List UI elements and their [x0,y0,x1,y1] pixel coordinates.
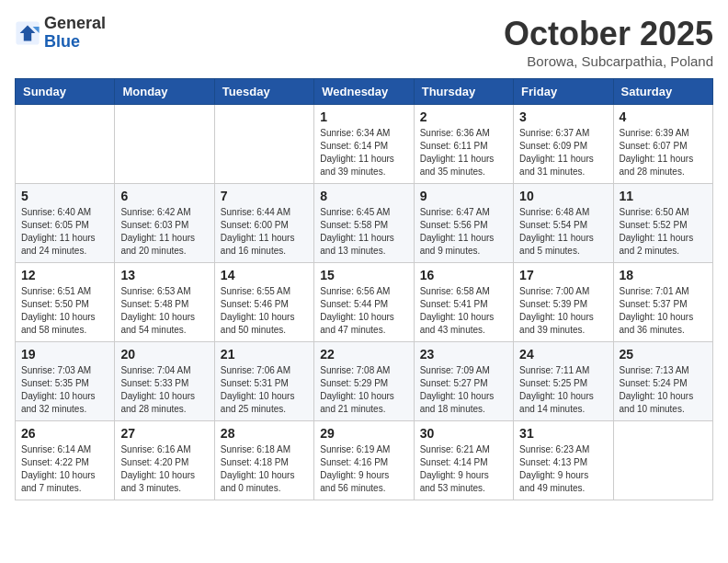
calendar-day-cell [214,105,313,184]
day-info: Sunrise: 6:21 AM Sunset: 4:14 PM Dayligh… [420,443,507,495]
day-info: Sunrise: 6:19 AM Sunset: 4:16 PM Dayligh… [320,443,407,495]
day-number: 1 [320,109,407,124]
weekday-header: Tuesday [214,79,313,105]
day-number: 30 [420,426,507,441]
weekday-header: Sunday [16,79,115,105]
day-number: 7 [221,189,308,203]
calendar-day-cell: 6Sunrise: 6:42 AM Sunset: 6:03 PM Daylig… [115,184,214,263]
day-number: 2 [420,109,507,124]
calendar-day-cell [16,105,115,184]
day-number: 4 [620,109,707,124]
calendar-day-cell: 14Sunrise: 6:55 AM Sunset: 5:46 PM Dayli… [214,263,313,342]
weekday-header: Monday [115,79,214,105]
day-info: Sunrise: 6:39 AM Sunset: 6:07 PM Dayligh… [620,127,707,178]
day-info: Sunrise: 6:44 AM Sunset: 6:00 PM Dayligh… [221,206,308,258]
calendar-day-cell: 30Sunrise: 6:21 AM Sunset: 4:14 PM Dayli… [414,421,513,500]
day-info: Sunrise: 7:13 AM Sunset: 5:24 PM Dayligh… [620,364,707,416]
calendar-day-cell: 5Sunrise: 6:40 AM Sunset: 6:05 PM Daylig… [16,184,115,263]
calendar-day-cell: 4Sunrise: 6:39 AM Sunset: 6:07 PM Daylig… [613,105,712,184]
day-info: Sunrise: 7:09 AM Sunset: 5:27 PM Dayligh… [420,364,507,416]
calendar-day-cell: 24Sunrise: 7:11 AM Sunset: 5:25 PM Dayli… [514,342,613,421]
day-number: 5 [21,189,108,203]
calendar-week-row: 19Sunrise: 7:03 AM Sunset: 5:35 PM Dayli… [16,342,713,421]
day-number: 26 [21,426,108,441]
day-info: Sunrise: 7:00 AM Sunset: 5:39 PM Dayligh… [519,285,607,337]
calendar-day-cell: 22Sunrise: 7:08 AM Sunset: 5:29 PM Dayli… [314,342,414,421]
calendar-day-cell: 17Sunrise: 7:00 AM Sunset: 5:39 PM Dayli… [514,263,613,342]
day-number: 12 [21,268,108,282]
calendar-week-row: 12Sunrise: 6:51 AM Sunset: 5:50 PM Dayli… [16,263,713,342]
weekday-header: Wednesday [314,79,414,105]
day-number: 20 [120,347,208,362]
day-number: 10 [519,189,607,203]
day-info: Sunrise: 7:04 AM Sunset: 5:33 PM Dayligh… [120,364,208,416]
weekday-header: Thursday [414,79,513,105]
day-info: Sunrise: 6:40 AM Sunset: 6:05 PM Dayligh… [21,206,108,258]
logo: General Blue [15,15,106,52]
day-number: 28 [221,426,308,441]
calendar-day-cell: 21Sunrise: 7:06 AM Sunset: 5:31 PM Dayli… [214,342,313,421]
calendar-day-cell: 13Sunrise: 6:53 AM Sunset: 5:48 PM Dayli… [115,263,214,342]
day-info: Sunrise: 6:56 AM Sunset: 5:44 PM Dayligh… [320,285,407,337]
day-number: 24 [519,347,607,362]
location: Borowa, Subcarpathia, Poland [504,53,713,69]
day-info: Sunrise: 6:53 AM Sunset: 5:48 PM Dayligh… [120,285,208,337]
calendar-day-cell: 10Sunrise: 6:48 AM Sunset: 5:54 PM Dayli… [514,184,613,263]
calendar-day-cell: 9Sunrise: 6:47 AM Sunset: 5:56 PM Daylig… [414,184,513,263]
day-number: 11 [620,189,707,203]
day-number: 31 [519,426,607,441]
calendar-day-cell: 18Sunrise: 7:01 AM Sunset: 5:37 PM Dayli… [613,263,712,342]
calendar-day-cell: 23Sunrise: 7:09 AM Sunset: 5:27 PM Dayli… [414,342,513,421]
calendar-day-cell: 25Sunrise: 7:13 AM Sunset: 5:24 PM Dayli… [613,342,712,421]
calendar-table: SundayMondayTuesdayWednesdayThursdayFrid… [15,78,713,500]
weekday-header: Friday [514,79,613,105]
logo-text: General Blue [44,15,106,52]
page-header: General Blue October 2025 Borowa, Subcar… [15,15,713,69]
day-number: 9 [420,189,507,203]
calendar-day-cell: 1Sunrise: 6:34 AM Sunset: 6:14 PM Daylig… [314,105,414,184]
logo-blue: Blue [44,32,80,51]
day-number: 3 [519,109,607,124]
title-block: October 2025 Borowa, Subcarpathia, Polan… [504,15,713,69]
logo-general: General [44,14,106,32]
day-info: Sunrise: 6:18 AM Sunset: 4:18 PM Dayligh… [221,443,308,495]
day-info: Sunrise: 6:55 AM Sunset: 5:46 PM Dayligh… [221,285,308,337]
day-number: 22 [320,347,407,362]
calendar-day-cell: 29Sunrise: 6:19 AM Sunset: 4:16 PM Dayli… [314,421,414,500]
day-number: 27 [120,426,208,441]
calendar-day-cell [613,421,712,500]
calendar-day-cell: 7Sunrise: 6:44 AM Sunset: 6:00 PM Daylig… [214,184,313,263]
day-info: Sunrise: 6:23 AM Sunset: 4:13 PM Dayligh… [519,443,607,495]
day-number: 18 [620,268,707,282]
day-info: Sunrise: 6:47 AM Sunset: 5:56 PM Dayligh… [420,206,507,258]
calendar-day-cell [115,105,214,184]
calendar-day-cell: 20Sunrise: 7:04 AM Sunset: 5:33 PM Dayli… [115,342,214,421]
calendar-week-row: 5Sunrise: 6:40 AM Sunset: 6:05 PM Daylig… [16,184,713,263]
day-number: 14 [221,268,308,282]
calendar-body: 1Sunrise: 6:34 AM Sunset: 6:14 PM Daylig… [16,105,713,500]
day-number: 8 [320,189,407,203]
day-info: Sunrise: 6:37 AM Sunset: 6:09 PM Dayligh… [519,127,607,178]
day-info: Sunrise: 7:01 AM Sunset: 5:37 PM Dayligh… [620,285,707,337]
calendar-header: SundayMondayTuesdayWednesdayThursdayFrid… [16,79,713,105]
calendar-day-cell: 12Sunrise: 6:51 AM Sunset: 5:50 PM Dayli… [16,263,115,342]
weekday-row: SundayMondayTuesdayWednesdayThursdayFrid… [16,79,713,105]
calendar-day-cell: 8Sunrise: 6:45 AM Sunset: 5:58 PM Daylig… [314,184,414,263]
month-title: October 2025 [504,15,713,53]
day-info: Sunrise: 7:11 AM Sunset: 5:25 PM Dayligh… [519,364,607,416]
day-number: 17 [519,268,607,282]
calendar-day-cell: 15Sunrise: 6:56 AM Sunset: 5:44 PM Dayli… [314,263,414,342]
weekday-header: Saturday [613,79,712,105]
calendar-day-cell: 27Sunrise: 6:16 AM Sunset: 4:20 PM Dayli… [115,421,214,500]
day-info: Sunrise: 6:50 AM Sunset: 5:52 PM Dayligh… [620,206,707,258]
calendar-day-cell: 11Sunrise: 6:50 AM Sunset: 5:52 PM Dayli… [613,184,712,263]
day-info: Sunrise: 7:03 AM Sunset: 5:35 PM Dayligh… [21,364,108,416]
day-info: Sunrise: 6:14 AM Sunset: 4:22 PM Dayligh… [21,443,108,495]
calendar-week-row: 26Sunrise: 6:14 AM Sunset: 4:22 PM Dayli… [16,421,713,500]
day-info: Sunrise: 7:08 AM Sunset: 5:29 PM Dayligh… [320,364,407,416]
day-info: Sunrise: 6:42 AM Sunset: 6:03 PM Dayligh… [120,206,208,258]
day-info: Sunrise: 6:48 AM Sunset: 5:54 PM Dayligh… [519,206,607,258]
day-info: Sunrise: 6:45 AM Sunset: 5:58 PM Dayligh… [320,206,407,258]
calendar-day-cell: 3Sunrise: 6:37 AM Sunset: 6:09 PM Daylig… [514,105,613,184]
calendar-day-cell: 16Sunrise: 6:58 AM Sunset: 5:41 PM Dayli… [414,263,513,342]
